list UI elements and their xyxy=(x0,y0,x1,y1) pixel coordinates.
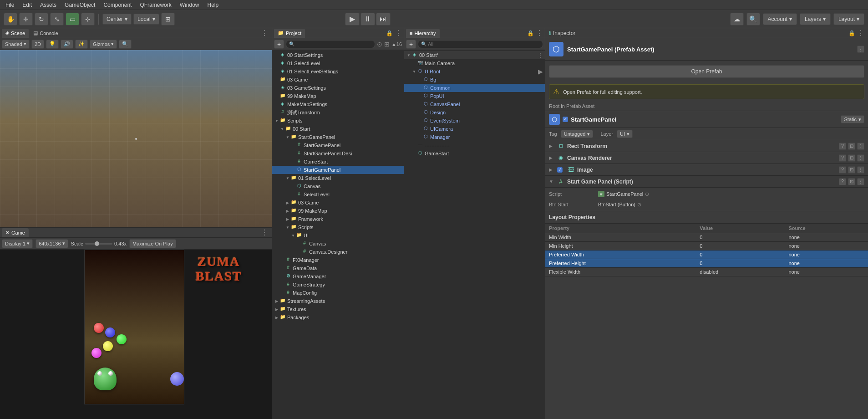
script-target-btn[interactable]: ⊙ xyxy=(645,191,649,197)
hierarchy-menu-btn[interactable]: ⋮ xyxy=(536,29,543,37)
list-item[interactable]: ▶ 📁 99 MakeMap xyxy=(272,207,404,215)
canvas-settings-btn[interactable]: ⊡ xyxy=(848,154,855,162)
project-menu-btn[interactable]: ⋮ xyxy=(395,29,402,37)
inspector-more-btn[interactable]: ⋮ xyxy=(857,46,864,53)
layout-dropdown[interactable]: Layout ▾ xyxy=(833,13,864,25)
rect-menu-btn[interactable]: ⋮ xyxy=(857,143,864,150)
scale-slider[interactable] xyxy=(85,243,112,245)
list-item[interactable]: ⬡ Common xyxy=(404,84,545,92)
menu-component[interactable]: Component xyxy=(100,1,135,9)
hand-tool-btn[interactable]: ✋ xyxy=(4,13,17,26)
inspector-lock-icon[interactable]: 🔒 xyxy=(848,30,855,36)
project-search-box[interactable]: 🔍 xyxy=(286,40,375,48)
list-item[interactable]: ▶ 📁 Textures xyxy=(272,305,404,313)
canvas-renderer-component[interactable]: ▶ ◉ Canvas Renderer ? ⊡ ⋮ xyxy=(545,152,868,164)
list-item[interactable]: ▼ 📁 Scripts xyxy=(272,223,404,231)
list-item[interactable]: ⬡ CanvasPanel xyxy=(404,100,545,108)
pivot-dropdown[interactable]: Center ▾ xyxy=(102,14,132,25)
list-item[interactable]: # SelectLevel xyxy=(272,190,404,199)
menu-help[interactable]: Help xyxy=(203,1,222,9)
scene-view[interactable] xyxy=(0,50,272,227)
script-field-value-container[interactable]: # StartGamePanel ⊙ xyxy=(598,191,649,197)
layers-dropdown[interactable]: Layers ▾ xyxy=(800,13,831,25)
scene-search-btn[interactable]: 🔍 xyxy=(119,40,132,49)
pause-button[interactable]: ⏸ xyxy=(360,13,375,26)
tab-hierarchy[interactable]: ≡ Hierarchy xyxy=(406,29,440,38)
menu-file[interactable]: File xyxy=(2,1,18,9)
project-search-input[interactable] xyxy=(296,41,372,47)
script-component[interactable]: ▼ # Start Game Panel (Script) ? ⊡ ⋮ xyxy=(545,176,868,188)
scene-menu-btn[interactable]: ⋮ xyxy=(538,52,543,58)
static-dropdown[interactable]: Static ▾ xyxy=(841,115,864,123)
scale-tool-btn[interactable]: ⤡ xyxy=(50,13,64,26)
list-item[interactable]: ▼ 📁 UI xyxy=(272,231,404,240)
list-item[interactable]: 📁 03 Game xyxy=(272,76,404,84)
list-item[interactable]: — --------------- xyxy=(404,141,545,149)
list-item[interactable]: ◈ 01 SelectLevel xyxy=(272,59,404,67)
hierarchy-search-input[interactable] xyxy=(428,41,540,47)
shaded-dropdown[interactable]: Shaded ▾ xyxy=(2,40,30,49)
image-checkbox[interactable] xyxy=(557,167,563,173)
open-prefab-button[interactable]: Open Prefab xyxy=(549,65,864,78)
collab-icon[interactable]: ☁ xyxy=(730,13,744,26)
list-item[interactable]: ▼ 📁 00 Start xyxy=(272,125,404,133)
game-panel-menu-btn[interactable]: ⋮ xyxy=(259,228,270,237)
script-help-btn[interactable]: ? xyxy=(839,178,846,185)
space-dropdown[interactable]: Local ▾ xyxy=(133,14,159,25)
list-item[interactable]: ⬡ Canvas xyxy=(272,182,404,190)
list-item[interactable]: ⬡ GameStart xyxy=(404,149,545,158)
canvas-help-btn[interactable]: ? xyxy=(839,154,846,162)
rect-transform-component[interactable]: ▶ ⊞ Rect Transform ? ⊡ ⋮ xyxy=(545,140,868,152)
list-item[interactable]: ▼ 📁 StartGamePanel xyxy=(272,133,404,141)
play-button[interactable]: ▶ xyxy=(345,13,360,26)
component-expand-arrow-icon[interactable]: ▶ xyxy=(549,143,554,148)
gizmos-dropdown[interactable]: Gizmos ▾ xyxy=(90,40,117,49)
list-item[interactable]: ◈ 01 SelectLevelSettings xyxy=(272,67,404,76)
menu-window[interactable]: Window xyxy=(176,1,203,9)
list-item[interactable]: # StartGamePanel.Desi xyxy=(272,149,404,158)
list-item[interactable]: ⬡ Manager xyxy=(404,133,545,141)
add-asset-btn[interactable]: + xyxy=(274,40,284,49)
tab-scene[interactable]: ◈ Scene xyxy=(2,29,29,38)
list-item[interactable]: # StartGamePanel xyxy=(272,141,404,149)
scene-panel-menu-btn[interactable]: ⋮ xyxy=(259,29,270,37)
list-item[interactable]: ▼ 📁 01 SelectLevel xyxy=(272,174,404,182)
list-item[interactable]: ◈ 00 StartSettings xyxy=(272,51,404,59)
component-expand-arrow-icon[interactable]: ▶ xyxy=(549,155,554,160)
list-item[interactable]: ▼ ◈ 00 Start* ⋮ xyxy=(404,51,545,59)
btn-start-field-value-container[interactable]: BtnStart (Button) ⊙ xyxy=(598,202,641,208)
fx-btn[interactable]: ✨ xyxy=(75,40,88,49)
tab-console[interactable]: ▤ Console xyxy=(30,29,61,38)
list-item[interactable]: ▼ 📁 Scripts xyxy=(272,117,404,125)
tag-dropdown[interactable]: Untagged ▾ xyxy=(561,130,594,138)
grid-btn[interactable]: ⊞ xyxy=(161,13,175,26)
project-view-btn[interactable]: ⊞ xyxy=(384,41,390,48)
resolution-dropdown[interactable]: 640x1136 ▾ xyxy=(36,239,68,248)
btn-start-target-btn[interactable]: ⊙ xyxy=(637,202,641,208)
add-gameobj-btn[interactable]: + xyxy=(406,40,416,49)
canvas-menu-btn[interactable]: ⋮ xyxy=(857,154,864,162)
rect-settings-btn[interactable]: ⊡ xyxy=(848,143,855,150)
maximize-btn[interactable]: Maximize On Play xyxy=(129,239,176,248)
menu-qframework[interactable]: QFramework xyxy=(136,1,175,9)
account-dropdown[interactable]: Account ▾ xyxy=(763,13,797,25)
list-item[interactable]: ⬡ StartGamePanel xyxy=(272,166,404,174)
list-item[interactable]: # GameStart xyxy=(272,158,404,166)
component-expand-arrow-icon[interactable]: ▼ xyxy=(549,179,554,184)
lighting-btn[interactable]: 💡 xyxy=(46,40,59,49)
list-item[interactable]: ⬡ PopUI xyxy=(404,92,545,100)
list-item[interactable]: # GameStrategy xyxy=(272,281,404,289)
list-item[interactable]: ▶ 📁 StreamingAssets xyxy=(272,297,404,305)
component-expand-arrow-icon[interactable]: ▶ xyxy=(549,167,554,172)
menu-edit[interactable]: Edit xyxy=(19,1,36,9)
list-item[interactable]: # Canvas xyxy=(272,240,404,248)
project-filter-icon[interactable]: ⊙ xyxy=(377,41,382,48)
list-item[interactable]: ⚙ GameManager xyxy=(272,272,404,281)
image-menu-btn[interactable]: ⋮ xyxy=(857,166,864,174)
list-item[interactable]: # MapConfig xyxy=(272,289,404,297)
rect-tool-btn[interactable]: ▭ xyxy=(66,13,79,26)
menu-gameobject[interactable]: GameObject xyxy=(61,1,99,9)
image-component[interactable]: ▶ 🖼 Image ? ⊡ ⋮ xyxy=(545,164,868,176)
list-item[interactable]: # FXManager xyxy=(272,256,404,264)
tab-game[interactable]: ⊙ Game xyxy=(2,228,29,237)
